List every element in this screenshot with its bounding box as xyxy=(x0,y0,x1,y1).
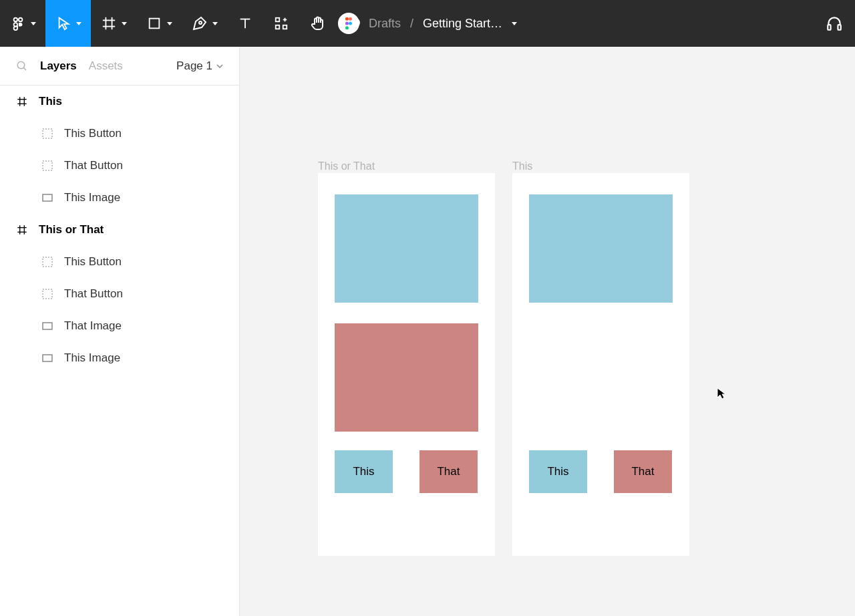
breadcrumb-sep: / xyxy=(410,17,413,31)
layer-label: This Image xyxy=(64,351,120,365)
layer-frame-this-or-that[interactable]: This or That xyxy=(0,214,239,246)
rect-icon xyxy=(41,352,53,364)
tab-layers[interactable]: Layers xyxy=(40,59,77,73)
frame-icon xyxy=(16,224,28,236)
svg-point-0 xyxy=(14,18,17,22)
project-folder[interactable]: Drafts xyxy=(369,17,401,31)
that-button-2[interactable]: That xyxy=(614,450,672,493)
hand-tool[interactable] xyxy=(299,0,335,47)
hand-icon xyxy=(309,15,326,32)
artboard-this-or-that[interactable]: This That xyxy=(318,173,495,556)
canvas[interactable]: This or That This That This This That xyxy=(240,47,855,616)
rect-icon xyxy=(41,192,53,204)
chevron-down-icon[interactable] xyxy=(512,22,517,25)
layer-label: This Image xyxy=(64,191,120,204)
pen-icon xyxy=(191,15,208,32)
svg-point-19 xyxy=(349,22,352,25)
shape-tool[interactable] xyxy=(136,0,182,47)
layer-frame-this[interactable]: This xyxy=(0,86,239,118)
cursor-icon xyxy=(55,15,72,32)
component-icon xyxy=(41,160,53,172)
svg-rect-29 xyxy=(43,129,52,138)
page-selector[interactable]: Page 1 xyxy=(176,59,223,73)
this-image-rect[interactable] xyxy=(335,194,478,303)
layer-label: That Button xyxy=(64,287,123,301)
chevron-down-icon xyxy=(31,22,36,25)
rect-icon xyxy=(41,320,53,332)
svg-point-1 xyxy=(19,18,22,22)
resources-icon xyxy=(273,15,290,32)
rectangle-icon xyxy=(146,15,163,32)
svg-rect-37 xyxy=(43,289,52,299)
svg-point-23 xyxy=(17,61,25,69)
page-label: Page 1 xyxy=(176,59,212,73)
tab-assets[interactable]: Assets xyxy=(89,59,123,73)
svg-rect-7 xyxy=(150,19,160,29)
chevron-down-icon xyxy=(122,22,127,25)
frame-label-this-or-that[interactable]: This or That xyxy=(318,160,375,172)
component-icon xyxy=(41,256,53,268)
search-icon[interactable] xyxy=(16,60,28,72)
layer-that-button-2[interactable]: That Button xyxy=(0,278,239,310)
component-icon xyxy=(41,288,53,300)
svg-point-8 xyxy=(199,21,202,24)
chevron-down-icon xyxy=(167,22,172,25)
resources-tool[interactable] xyxy=(263,0,299,47)
svg-rect-31 xyxy=(43,194,52,201)
that-image-rect[interactable] xyxy=(335,323,478,432)
cursor-icon xyxy=(717,388,726,400)
svg-rect-12 xyxy=(276,25,280,29)
this-image-rect-2[interactable] xyxy=(529,194,673,303)
this-button[interactable]: This xyxy=(335,450,393,493)
button-label: This xyxy=(547,465,568,478)
svg-point-20 xyxy=(345,26,349,29)
layer-label: That Button xyxy=(64,159,123,172)
text-tool[interactable] xyxy=(227,0,263,47)
component-icon xyxy=(41,128,53,140)
document-name[interactable]: Getting Start… xyxy=(423,17,502,31)
layer-this-image[interactable]: This Image xyxy=(0,182,239,214)
layer-that-button[interactable]: That Button xyxy=(0,150,239,182)
svg-rect-22 xyxy=(838,25,840,30)
layer-label: This Button xyxy=(64,127,122,140)
button-label: That xyxy=(631,465,654,478)
audio-button[interactable] xyxy=(826,15,843,32)
chevron-down-icon xyxy=(212,22,218,25)
svg-rect-39 xyxy=(43,355,52,361)
main-menu-button[interactable] xyxy=(0,0,45,47)
layer-that-image[interactable]: That Image xyxy=(0,310,239,342)
pen-tool[interactable] xyxy=(182,0,227,47)
this-button-2[interactable]: This xyxy=(529,450,587,493)
text-icon xyxy=(236,15,254,32)
layer-this-button-2[interactable]: This Button xyxy=(0,246,239,278)
toolbar: Drafts / Getting Start… xyxy=(0,0,855,47)
document-title[interactable]: Drafts / Getting Start… xyxy=(338,13,517,34)
svg-rect-21 xyxy=(828,25,830,30)
layers-panel: Layers Assets Page 1 This This Button Th… xyxy=(0,47,240,616)
svg-rect-38 xyxy=(43,323,52,329)
svg-rect-13 xyxy=(283,25,287,29)
figma-menu-icon xyxy=(9,15,27,32)
svg-rect-36 xyxy=(43,257,52,267)
chevron-down-icon xyxy=(76,22,81,25)
layer-label: This xyxy=(39,95,62,108)
svg-rect-30 xyxy=(43,161,52,170)
frame-tool[interactable] xyxy=(91,0,136,47)
svg-line-24 xyxy=(23,67,26,70)
layer-this-button[interactable]: This Button xyxy=(0,118,239,150)
svg-point-17 xyxy=(349,17,352,21)
frame-label-this[interactable]: This xyxy=(512,160,532,172)
that-button[interactable]: That xyxy=(419,450,478,493)
layer-label: This or That xyxy=(39,223,104,237)
move-tool[interactable] xyxy=(45,0,91,47)
layer-this-image-2[interactable]: This Image xyxy=(0,342,239,374)
panel-header: Layers Assets Page 1 xyxy=(0,47,239,86)
artboard-this[interactable]: This That xyxy=(512,173,689,556)
button-label: This xyxy=(353,465,374,478)
figma-logo-icon xyxy=(338,13,359,34)
svg-rect-11 xyxy=(276,18,280,22)
frame-icon xyxy=(16,96,28,108)
svg-point-16 xyxy=(345,17,349,21)
svg-point-18 xyxy=(345,22,349,25)
button-label: That xyxy=(437,465,460,478)
